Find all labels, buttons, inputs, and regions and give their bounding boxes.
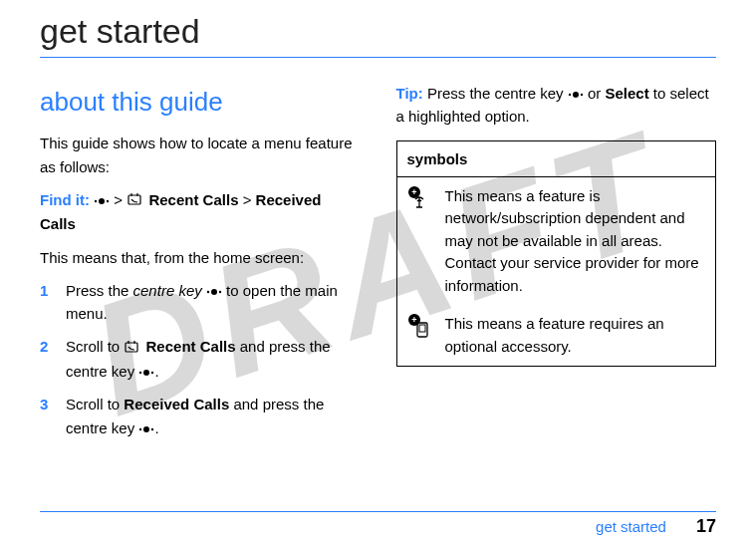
find-it-line: Find it: > Recent Calls > Received Calls bbox=[40, 188, 361, 236]
find-it-label: Find it: bbox=[40, 191, 90, 208]
svg-rect-22 bbox=[419, 325, 425, 332]
svg-point-4 bbox=[211, 289, 217, 295]
bold-term: Received Calls bbox=[124, 396, 229, 412]
svg-point-14 bbox=[573, 92, 579, 98]
centre-key-icon bbox=[138, 367, 154, 379]
svg-point-9 bbox=[139, 372, 141, 374]
gt-2: > bbox=[243, 191, 252, 208]
symbols-header: symbols bbox=[397, 141, 716, 177]
accessory-required-icon: + bbox=[407, 313, 431, 345]
step-text: Press the centre key to open the main me… bbox=[66, 279, 361, 326]
footer-section: get started bbox=[596, 518, 666, 535]
svg-point-8 bbox=[143, 370, 149, 376]
svg-point-0 bbox=[99, 198, 105, 204]
svg-point-12 bbox=[139, 427, 141, 429]
t: Scroll to bbox=[66, 338, 124, 355]
recent-calls-icon bbox=[126, 189, 144, 212]
recent-calls-icon bbox=[124, 337, 141, 360]
symbol-text: This means a feature requires an optiona… bbox=[445, 313, 706, 358]
right-column: Tip: Press the centre key or Select to s… bbox=[396, 82, 717, 449]
step-text: Scroll to Received Calls and press the c… bbox=[66, 393, 361, 439]
step-number: 1 bbox=[40, 279, 52, 326]
page-footer: get started 17 bbox=[40, 511, 716, 537]
select-term: Select bbox=[605, 85, 648, 102]
svg-text:+: + bbox=[411, 315, 416, 325]
t: . bbox=[154, 419, 158, 436]
step-number: 2 bbox=[40, 335, 52, 383]
svg-point-1 bbox=[95, 200, 97, 202]
t: Press the bbox=[66, 282, 133, 299]
svg-point-15 bbox=[569, 94, 571, 96]
page-title: get started bbox=[40, 12, 716, 58]
svg-point-16 bbox=[581, 94, 583, 96]
svg-point-6 bbox=[219, 291, 221, 293]
footer-page-number: 17 bbox=[696, 516, 716, 537]
bold-term: Recent Calls bbox=[146, 338, 236, 355]
path-recent: Recent Calls bbox=[148, 191, 238, 208]
centre-key-icon bbox=[206, 286, 222, 298]
svg-point-11 bbox=[143, 426, 149, 432]
t: . bbox=[154, 363, 158, 380]
symbol-text: This means a feature is network/subscrip… bbox=[445, 185, 706, 298]
step-number: 3 bbox=[40, 393, 52, 439]
network-dependent-icon: + bbox=[407, 185, 431, 217]
left-column: about this guide This guide shows how to… bbox=[40, 82, 361, 449]
symbol-row-accessory: + This means a feature requires an optio… bbox=[397, 305, 716, 366]
step-2: 2 Scroll to Recent Calls and press the c… bbox=[40, 335, 361, 383]
svg-point-5 bbox=[207, 291, 209, 293]
symbol-row-network: + This means a feature is network/subscr… bbox=[397, 177, 716, 306]
tip-label: Tip: bbox=[396, 85, 423, 102]
step-1: 1 Press the centre key to open the main … bbox=[40, 279, 361, 326]
intro-text: This guide shows how to locate a menu fe… bbox=[40, 132, 361, 178]
svg-point-2 bbox=[107, 200, 109, 202]
t: Scroll to bbox=[66, 396, 124, 412]
centre-key-icon bbox=[568, 89, 584, 101]
centre-key-term: centre key bbox=[133, 282, 202, 299]
step-text: Scroll to Recent Calls and press the cen… bbox=[66, 335, 361, 383]
centre-key-icon bbox=[138, 423, 154, 435]
tip-line: Tip: Press the centre key or Select to s… bbox=[396, 82, 717, 129]
gt-1: > bbox=[114, 191, 123, 208]
svg-text:+: + bbox=[411, 187, 416, 197]
centre-key-icon bbox=[94, 195, 110, 207]
t: Press the centre key bbox=[423, 85, 568, 102]
step-3: 3 Scroll to Received Calls and press the… bbox=[40, 393, 361, 439]
means-text: This means that, from the home screen: bbox=[40, 246, 361, 269]
steps-list: 1 Press the centre key to open the main … bbox=[40, 279, 361, 439]
svg-rect-3 bbox=[128, 195, 140, 204]
section-heading: about this guide bbox=[40, 82, 361, 122]
symbols-table: symbols + This means a feature is networ… bbox=[396, 140, 717, 368]
t: or bbox=[584, 85, 606, 102]
svg-rect-7 bbox=[126, 343, 137, 352]
